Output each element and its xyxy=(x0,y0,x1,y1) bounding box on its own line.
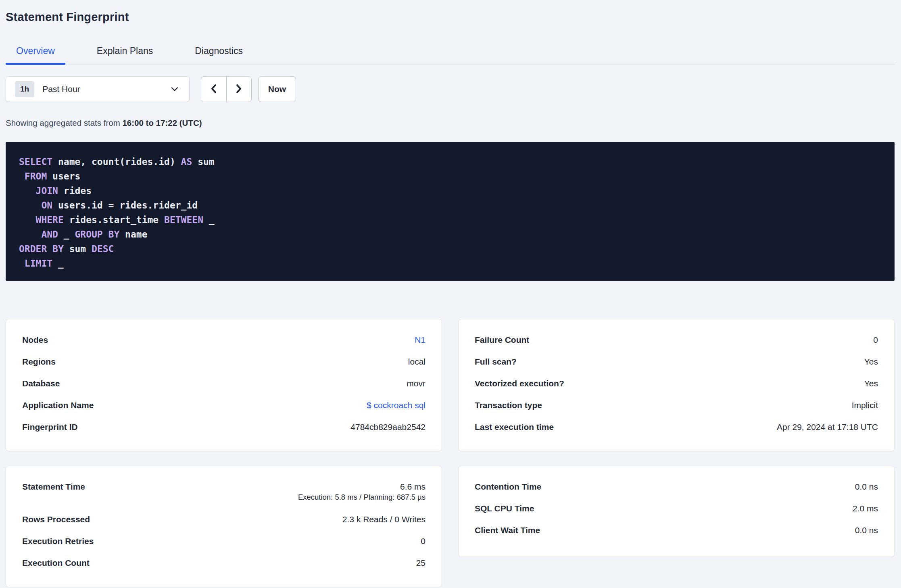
detail-row-regions: Regions local xyxy=(22,351,425,373)
application-name-link[interactable]: $ cockroach sql xyxy=(367,394,425,416)
row-value: 2.3 k Reads / 0 Writes xyxy=(342,509,425,530)
row-label: Execution Count xyxy=(22,552,90,574)
tab-explain-plans[interactable]: Explain Plans xyxy=(86,40,163,65)
chevron-down-icon xyxy=(171,87,179,92)
time-picker-row: 1h Past Hour xyxy=(6,76,895,102)
row-label: Client Wait Time xyxy=(475,519,540,541)
aggregated-stats-caption: Showing aggregated stats from 16:00 to 1… xyxy=(6,118,895,128)
time-range-dropdown[interactable]: 1h Past Hour xyxy=(6,76,190,102)
detail-row-application-name: Application Name $ cockroach sql xyxy=(22,394,425,416)
tab-diagnostics[interactable]: Diagnostics xyxy=(184,40,253,65)
stat-row-client-wait-time: Client Wait Time 0.0 ns xyxy=(475,519,878,541)
sql-statement-box: SELECT name, count(rides.id) AS sum FROM… xyxy=(6,142,895,281)
detail-row-last-execution-time: Last execution time Apr 29, 2024 at 17:1… xyxy=(475,416,878,438)
nodes-link[interactable]: N1 xyxy=(415,329,425,351)
row-label: Nodes xyxy=(22,329,48,351)
detail-row-nodes: Nodes N1 xyxy=(22,329,425,351)
row-label: Application Name xyxy=(22,394,94,416)
statement-times-card: Statement Time 6.6 ms Execution: 5.8 ms … xyxy=(6,466,442,587)
row-value: 2.0 ms xyxy=(853,498,878,519)
stat-row-execution-retries: Execution Retries 0 xyxy=(22,530,425,552)
row-value: Yes xyxy=(864,373,878,394)
row-value: 25 xyxy=(416,552,425,574)
row-value: Implicit xyxy=(852,394,878,416)
detail-row-database: Database movr xyxy=(22,373,425,394)
stat-row-execution-count: Execution Count 25 xyxy=(22,552,425,574)
row-label: Statement Time xyxy=(22,476,85,498)
chevron-right-icon xyxy=(234,83,243,95)
row-subvalue: Execution: 5.8 ms / Planning: 687.5 µs xyxy=(298,493,425,509)
execution-attributes-card: Failure Count 0 Full scan? Yes Vectorize… xyxy=(458,319,895,451)
tab-overview[interactable]: Overview xyxy=(6,40,65,65)
row-label: Regions xyxy=(22,351,56,373)
summary-cards: Nodes N1 Regions local Database movr App… xyxy=(6,319,895,587)
stat-row-statement-time: Statement Time 6.6 ms Execution: 5.8 ms … xyxy=(22,476,425,509)
stat-row-rows-processed: Rows Processed 2.3 k Reads / 0 Writes xyxy=(22,509,425,530)
row-value: 4784cb829aab2542 xyxy=(350,416,425,438)
row-label: Database xyxy=(22,373,60,394)
time-step-buttons xyxy=(201,76,252,102)
row-label: Last execution time xyxy=(475,416,554,438)
row-value: local xyxy=(408,351,425,373)
previous-interval-button[interactable] xyxy=(201,77,227,102)
now-button[interactable]: Now xyxy=(258,76,296,102)
caption-time-range: 16:00 to 17:22 (UTC) xyxy=(122,118,202,127)
row-value: 0 xyxy=(873,329,878,351)
statement-fingerprint-page: Statement Fingerprint Overview Explain P… xyxy=(0,10,901,587)
detail-row-transaction-type: Transaction type Implicit xyxy=(475,394,878,416)
time-range-badge: 1h xyxy=(15,81,34,97)
row-value: 0 xyxy=(421,530,425,552)
statement-time-values: 6.6 ms Execution: 5.8 ms / Planning: 687… xyxy=(298,476,425,509)
detail-row-full-scan: Full scan? Yes xyxy=(475,351,878,373)
page-title: Statement Fingerprint xyxy=(6,10,895,24)
chevron-left-icon xyxy=(209,83,218,95)
time-range-label: Past Hour xyxy=(42,84,80,94)
row-value: Apr 29, 2024 at 17:18 UTC xyxy=(777,416,878,438)
row-label: Contention Time xyxy=(475,476,541,498)
row-value: Yes xyxy=(864,351,878,373)
next-interval-button[interactable] xyxy=(227,77,252,102)
row-label: Failure Count xyxy=(475,329,529,351)
row-label: Transaction type xyxy=(475,394,542,416)
row-label: Full scan? xyxy=(475,351,517,373)
caption-prefix: Showing aggregated stats from xyxy=(6,118,122,127)
tab-bar: Overview Explain Plans Diagnostics xyxy=(6,40,895,65)
statement-details-card: Nodes N1 Regions local Database movr App… xyxy=(6,319,442,451)
stat-row-sql-cpu-time: SQL CPU Time 2.0 ms xyxy=(475,498,878,519)
row-value: 0.0 ns xyxy=(855,519,878,541)
row-label: Rows Processed xyxy=(22,509,90,530)
row-label: Fingerprint ID xyxy=(22,416,78,438)
stat-row-contention-time: Contention Time 0.0 ns xyxy=(475,476,878,498)
detail-row-fingerprint-id: Fingerprint ID 4784cb829aab2542 xyxy=(22,416,425,438)
row-label: Vectorized execution? xyxy=(475,373,564,394)
row-label: Execution Retries xyxy=(22,530,94,552)
detail-row-vectorized: Vectorized execution? Yes xyxy=(475,373,878,394)
wait-times-card: Contention Time 0.0 ns SQL CPU Time 2.0 … xyxy=(458,466,895,557)
row-value: 0.0 ns xyxy=(855,476,878,498)
row-label: SQL CPU Time xyxy=(475,498,534,519)
row-value: movr xyxy=(407,373,425,394)
detail-row-failure-count: Failure Count 0 xyxy=(475,329,878,351)
